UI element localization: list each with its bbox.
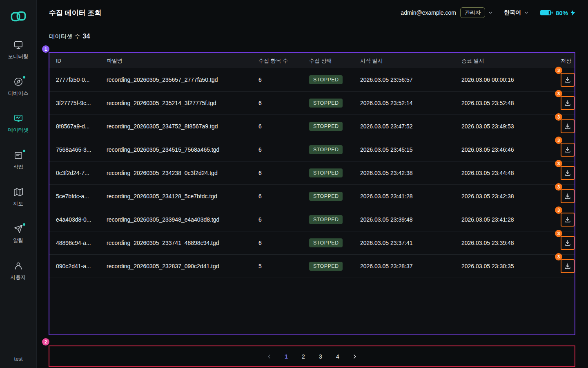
cell-id: 8f8567a9-d... xyxy=(56,123,107,130)
sidebar-footer-test[interactable]: test xyxy=(0,349,37,368)
cell-items: 6 xyxy=(258,216,309,223)
cell-items: 5 xyxy=(258,263,309,269)
status-badge: STOPPED xyxy=(309,215,343,224)
monitor-icon xyxy=(14,40,23,49)
download-icon xyxy=(564,123,571,130)
download-button[interactable] xyxy=(561,166,575,180)
table-row: 3f27775f-9c... recording_20260305_235214… xyxy=(49,92,575,115)
sidebar-item-map[interactable]: 지도 xyxy=(0,179,36,216)
cell-start: 2026.03.05 23:56:57 xyxy=(360,76,461,83)
download-button[interactable] xyxy=(561,189,575,203)
col-header-id: ID xyxy=(56,58,107,64)
annotation-mark-download: 3 xyxy=(555,206,562,214)
battery-status: 80% xyxy=(540,9,575,16)
prev-page-icon[interactable] xyxy=(265,353,273,360)
sidebar-item-users[interactable]: 사용자 xyxy=(0,253,36,289)
cell-filename: recording_20260305_234752_8f8567a9.tgd xyxy=(107,123,258,130)
sidebar-item-label: 알림 xyxy=(13,237,23,244)
annotation-mark-download: 3 xyxy=(555,137,562,144)
cell-end: 2026.03.05 23:49:53 xyxy=(461,123,561,130)
dataset-count: 데이터셋 수34 xyxy=(49,33,90,40)
download-icon xyxy=(564,193,571,200)
download-button[interactable] xyxy=(561,259,575,273)
annotation-mark-pagination: 2 xyxy=(42,338,49,346)
download-icon xyxy=(564,146,571,153)
sidebar-item-label: 사용자 xyxy=(11,274,26,281)
sidebar-item-label: 지도 xyxy=(13,200,23,207)
cell-end: 2026.03.05 23:52:48 xyxy=(461,100,561,106)
account-chevron-down-icon[interactable] xyxy=(488,10,493,16)
language-selector[interactable]: 한국어 xyxy=(504,9,521,16)
table-row: 2777fa50-0... recording_20260305_235657_… xyxy=(49,68,575,92)
role-badge: 관리자 xyxy=(460,7,485,18)
dataset-icon xyxy=(14,114,23,123)
sidebar-item-monitoring[interactable]: 모니터링 xyxy=(0,32,36,69)
cell-id: e4a403d8-0... xyxy=(56,216,107,223)
cell-filename: recording_20260305_235214_3f27775f.tgd xyxy=(107,100,258,106)
cell-id: 7568a465-3... xyxy=(56,146,107,153)
cell-items: 6 xyxy=(258,100,309,106)
cell-start: 2026.03.05 23:47:52 xyxy=(360,123,461,130)
bolt-icon xyxy=(570,10,575,16)
status-badge: STOPPED xyxy=(309,262,343,271)
download-icon xyxy=(564,170,571,176)
cell-filename: recording_20260305_234128_5ce7bfdc.tgd xyxy=(107,193,258,200)
download-button[interactable] xyxy=(561,96,575,110)
download-button[interactable] xyxy=(561,73,575,87)
page-button-3[interactable]: 3 xyxy=(316,353,325,360)
cell-filename: recording_20260305_233948_e4a403d8.tgd xyxy=(107,216,258,223)
cell-start: 2026.03.05 23:52:14 xyxy=(360,100,461,106)
cell-filename: recording_20260305_233741_48898c94.tgd xyxy=(107,240,258,246)
table-row: 5ce7bfdc-a... recording_20260305_234128_… xyxy=(49,185,575,208)
pagination: 1 2 3 4 xyxy=(49,346,575,367)
cell-start: 2026.03.05 23:39:48 xyxy=(360,216,461,223)
cell-start: 2026.03.05 23:28:37 xyxy=(360,263,461,269)
map-icon xyxy=(14,188,23,197)
download-icon xyxy=(564,76,571,83)
notification-dot xyxy=(23,76,25,79)
col-header-end: 종료 일시 xyxy=(461,57,561,65)
status-badge: STOPPED xyxy=(309,75,343,84)
download-button[interactable] xyxy=(561,213,575,227)
download-button[interactable] xyxy=(561,236,575,250)
cell-filename: recording_20260305_234515_7568a465.tgd xyxy=(107,146,258,153)
notification-dot xyxy=(23,150,25,152)
col-header-items: 수집 항목 수 xyxy=(258,57,309,65)
page-button-1[interactable]: 1 xyxy=(282,353,290,360)
sidebar: 모니터링 디바이스 데이터셋 xyxy=(0,0,37,368)
cell-items: 6 xyxy=(258,193,309,200)
table-row: e4a403d8-0... recording_20260305_233948_… xyxy=(49,208,575,231)
cell-items: 6 xyxy=(258,240,309,246)
col-header-start: 시작 일시 xyxy=(360,57,461,65)
sidebar-item-notifications[interactable]: 알림 xyxy=(0,216,36,253)
annotation-mark-download: 3 xyxy=(555,183,562,191)
cell-filename: recording_20260305_234238_0c3f2d24.tgd xyxy=(107,170,258,176)
annotation-mark-download: 3 xyxy=(555,160,562,167)
sidebar-item-devices[interactable]: 디바이스 xyxy=(0,69,36,105)
cell-items: 6 xyxy=(258,123,309,130)
cell-id: 5ce7bfdc-a... xyxy=(56,193,107,200)
download-button[interactable] xyxy=(561,119,575,133)
cell-start: 2026.03.05 23:41:28 xyxy=(360,193,461,200)
cell-start: 2026.03.05 23:42:38 xyxy=(360,170,461,176)
next-page-icon[interactable] xyxy=(351,353,359,360)
download-icon xyxy=(564,263,571,269)
dataset-table: ID 파일명 수집 항목 수 수집 상태 시작 일시 종료 일시 저장 2777… xyxy=(49,52,575,335)
battery-percent: 80% xyxy=(556,9,568,16)
annotation-mark-download: 3 xyxy=(555,230,562,237)
status-badge: STOPPED xyxy=(309,168,343,177)
table-row: 7568a465-3... recording_20260305_234515_… xyxy=(49,138,575,162)
page-button-2[interactable]: 2 xyxy=(299,353,307,360)
language-chevron-down-icon[interactable] xyxy=(523,10,529,16)
download-button[interactable] xyxy=(561,143,575,157)
cell-start: 2026.03.05 23:37:41 xyxy=(360,240,461,246)
topbar-right: admin@example.com 관리자 한국어 80% xyxy=(401,7,575,18)
status-badge: STOPPED xyxy=(309,238,343,247)
sidebar-item-tasks[interactable]: 작업 xyxy=(0,142,36,179)
sidebar-item-datasets[interactable]: 데이터셋 xyxy=(0,105,36,142)
status-badge: STOPPED xyxy=(309,99,343,108)
cell-items: 6 xyxy=(258,170,309,176)
page-button-4[interactable]: 4 xyxy=(334,353,342,360)
sidebar-item-label: 작업 xyxy=(13,164,23,171)
cell-items: 6 xyxy=(258,76,309,83)
